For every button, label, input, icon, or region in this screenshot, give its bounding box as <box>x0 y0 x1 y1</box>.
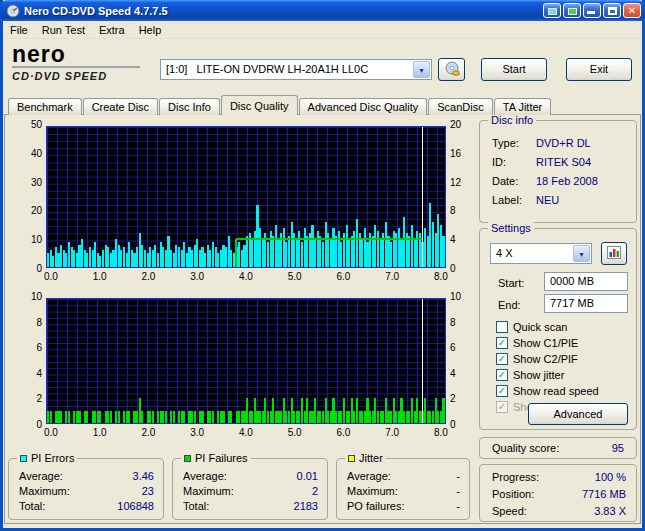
logo-nero-text: nero <box>12 42 157 66</box>
menu-item-help[interactable]: Help <box>132 22 169 38</box>
speed-dropdown-button[interactable]: ▼ <box>573 245 590 262</box>
pie-chart-x-axis: 0.01.02.03.04.05.06.07.08.0 <box>44 271 448 283</box>
checkbox-label: Show jitter <box>513 369 564 381</box>
settings-title: Settings <box>488 222 534 235</box>
disc-icon <box>444 61 460 77</box>
axis-tick-label: 1.0 <box>93 271 107 283</box>
menu-item-extra[interactable]: Extra <box>92 22 132 38</box>
drive-select[interactable]: [1:0] LITE-ON DVDRW LH-20A1H LL0C ▼ <box>160 59 432 80</box>
checkbox-quick-scan[interactable]: Quick scan <box>480 319 636 335</box>
titlebar-buttons: ✕ <box>543 3 641 18</box>
axis-tick-label: 0 <box>450 263 456 274</box>
minimize-button[interactable] <box>583 3 601 18</box>
legend-label: Total: <box>183 499 209 514</box>
legend-title-text: PI Errors <box>31 452 74 464</box>
axis-tick-label: 2.0 <box>142 427 156 439</box>
disc-info-title: Disc info <box>488 114 536 127</box>
axis-tick-label: 7.0 <box>385 427 399 439</box>
tab-benchmark[interactable]: Benchmark <box>8 98 82 115</box>
settings-checkboxes: Quick scan✓Show C1/PIE✓Show C2/PIF✓Show … <box>480 319 636 415</box>
legend-label: Average: <box>183 469 227 484</box>
pif-chart-right-axis: 1086420 <box>450 291 478 430</box>
maximize-button[interactable] <box>603 3 621 18</box>
checkbox-show-read-speed[interactable]: ✓Show read speed <box>480 383 636 399</box>
tab-strip: BenchmarkCreate DiscDisc InfoDisc Qualit… <box>8 96 552 115</box>
exit-button[interactable]: Exit <box>566 58 632 81</box>
start-button[interactable]: Start <box>481 58 547 81</box>
minimize-icon <box>587 11 595 14</box>
legend-label: Total: <box>19 499 45 514</box>
tab-disc-quality[interactable]: Disc Quality <box>221 95 298 115</box>
app-icon <box>6 4 20 18</box>
axis-tick-label: 4.0 <box>239 427 253 439</box>
axis-tick-label: 6.0 <box>337 271 351 283</box>
quality-score-label: Quality score: <box>492 438 559 458</box>
axis-tick-label: 8.0 <box>434 271 448 283</box>
drive-dropdown-button[interactable]: ▼ <box>413 61 430 78</box>
legend-label: Average: <box>19 469 63 484</box>
checkbox-show-c2-pif[interactable]: ✓Show C2/PIF <box>480 351 636 367</box>
progress-value: 100 % <box>595 469 626 486</box>
tab-ta-jitter[interactable]: TA Jitter <box>494 98 552 115</box>
speed-select-value: 4 X <box>496 247 513 259</box>
pif-chart-left-axis: 1086420 <box>14 291 42 430</box>
titlebar-plugin-button-1[interactable] <box>543 3 561 18</box>
axis-tick-label: 20 <box>31 205 42 216</box>
progress-row: Speed:3.83 X <box>480 503 636 520</box>
end-field[interactable]: 7717 MB <box>544 294 628 313</box>
speed-select[interactable]: 4 X ▼ <box>490 243 592 264</box>
axis-tick-label: 7.0 <box>385 271 399 283</box>
legend-value: 2183 <box>294 499 318 514</box>
info-label: Date: <box>492 172 536 191</box>
start-field[interactable]: 0000 MB <box>544 272 628 291</box>
axis-tick-label: 8.0 <box>434 427 448 439</box>
rescan-button[interactable] <box>601 242 627 265</box>
checkbox-show-jitter[interactable]: ✓Show jitter <box>480 367 636 383</box>
tab-scandisc[interactable]: ScanDisc <box>428 98 492 115</box>
maximize-icon <box>608 7 617 15</box>
progress-value: 3.83 X <box>594 503 626 520</box>
legend-label: PO failures: <box>347 499 404 514</box>
checkbox-show-c1-pie[interactable]: ✓Show C1/PIE <box>480 335 636 351</box>
quality-score-value: 95 <box>612 438 624 458</box>
legend-row: Total:2183 <box>173 499 327 514</box>
menu-item-run-test[interactable]: Run Test <box>35 22 92 38</box>
quality-score-box: Quality score: 95 <box>479 437 637 459</box>
legend-title: Jitter <box>345 452 386 465</box>
pif-chart <box>46 298 446 424</box>
legend-swatch <box>348 455 355 462</box>
axis-tick-label: 4 <box>450 368 456 379</box>
axis-tick-label: 12 <box>450 177 461 188</box>
legend-box-jitter: JitterAverage:-Maximum:-PO failures:- <box>336 458 470 520</box>
checkbox-label: Show C1/PIE <box>513 337 578 349</box>
tab-advanced-disc-quality[interactable]: Advanced Disc Quality <box>299 98 428 115</box>
tab-disc-info[interactable]: Disc Info <box>159 98 220 115</box>
pie-chart-right-axis: 201612840 <box>450 119 478 274</box>
disc-button[interactable] <box>438 58 465 81</box>
axis-tick-label: 6 <box>450 342 456 353</box>
close-button[interactable]: ✕ <box>623 3 641 18</box>
axis-tick-label: 0.0 <box>44 427 58 439</box>
progress-value: 7716 MB <box>582 486 626 503</box>
checkbox-box: ✓ <box>496 353 508 365</box>
axis-tick-label: 50 <box>31 119 42 130</box>
advanced-button[interactable]: Advanced <box>528 403 628 425</box>
progress-rows: Progress:100 %Position:7716 MBSpeed:3.83… <box>480 469 636 520</box>
legend-row: Maximum:- <box>337 484 469 499</box>
legend-title: PI Errors <box>17 452 77 465</box>
legend-label: Maximum: <box>183 484 234 499</box>
disc-info-row: Date:18 Feb 2008 <box>480 172 636 191</box>
axis-tick-label: 2.0 <box>142 271 156 283</box>
titlebar-plugin-button-2[interactable] <box>563 3 581 18</box>
menu-item-file[interactable]: File <box>3 22 35 38</box>
axis-tick-label: 8 <box>36 317 42 328</box>
axis-tick-label: 40 <box>31 148 42 159</box>
chart-icon <box>607 246 621 259</box>
pie-chart <box>46 126 446 268</box>
progress-box: Progress:100 %Position:7716 MBSpeed:3.83… <box>479 464 637 522</box>
progress-label: Position: <box>492 486 534 503</box>
checkbox-label: Show read speed <box>513 385 599 397</box>
window-title: Nero CD-DVD Speed 4.7.7.5 <box>24 5 543 17</box>
tab-create-disc[interactable]: Create Disc <box>83 98 158 115</box>
legend-row: Maximum:23 <box>9 484 163 499</box>
